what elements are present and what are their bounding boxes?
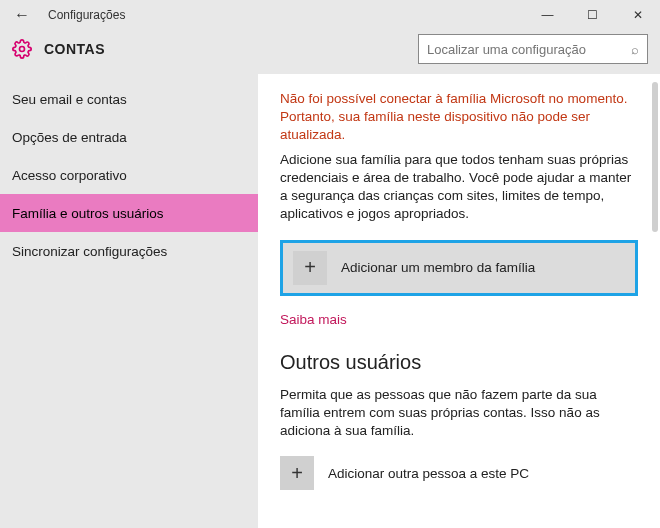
sidebar-item-label: Seu email e contas — [12, 92, 127, 107]
svg-point-0 — [20, 47, 25, 52]
search-icon: ⌕ — [631, 42, 639, 57]
other-users-description: Permita que as pessoas que não fazem par… — [280, 386, 638, 441]
add-other-user-button[interactable]: + Adicionar outra pessoa a este PC — [280, 456, 638, 490]
learn-more-link[interactable]: Saiba mais — [280, 312, 347, 327]
sidebar-item-email[interactable]: Seu email e contas — [0, 80, 258, 118]
search-box[interactable]: ⌕ — [418, 34, 648, 64]
sidebar-item-family[interactable]: Família e outros usuários — [0, 194, 258, 232]
maximize-button[interactable]: ☐ — [570, 0, 615, 30]
sidebar-item-signin[interactable]: Opções de entrada — [0, 118, 258, 156]
page-title: CONTAS — [44, 41, 105, 57]
plus-icon: + — [280, 456, 314, 490]
sidebar-item-label: Opções de entrada — [12, 130, 127, 145]
sidebar: Seu email e contas Opções de entrada Ace… — [0, 74, 258, 528]
minimize-button[interactable]: — — [525, 0, 570, 30]
sidebar-item-work[interactable]: Acesso corporativo — [0, 156, 258, 194]
gear-icon — [12, 39, 32, 59]
sidebar-item-sync[interactable]: Sincronizar configurações — [0, 232, 258, 270]
window-controls: — ☐ ✕ — [525, 0, 660, 30]
error-message: Não foi possível conectar à família Micr… — [280, 90, 638, 145]
family-description: Adicione sua família para que todos tenh… — [280, 151, 638, 224]
add-family-member-button[interactable]: + Adicionar um membro da família — [280, 240, 638, 296]
window-title: Configurações — [48, 8, 125, 22]
add-family-label: Adicionar um membro da família — [341, 260, 535, 275]
sidebar-item-label: Acesso corporativo — [12, 168, 127, 183]
header: CONTAS ⌕ — [0, 30, 660, 74]
plus-icon: + — [293, 251, 327, 285]
content: Não foi possível conectar à família Micr… — [258, 74, 660, 528]
titlebar: ← Configurações — ☐ ✕ — [0, 0, 660, 30]
search-input[interactable] — [427, 42, 631, 57]
close-button[interactable]: ✕ — [615, 0, 660, 30]
sidebar-item-label: Sincronizar configurações — [12, 244, 167, 259]
add-other-label: Adicionar outra pessoa a este PC — [328, 466, 529, 481]
other-users-heading: Outros usuários — [280, 351, 638, 374]
sidebar-item-label: Família e outros usuários — [12, 206, 164, 221]
back-button[interactable]: ← — [8, 1, 36, 29]
